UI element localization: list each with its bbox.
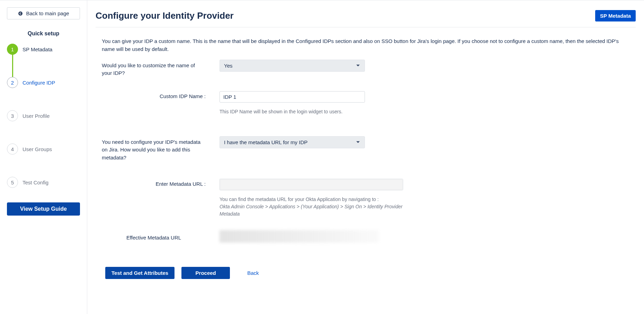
metadata-url-label: Enter Metadata URL : [102,179,206,187]
metadata-url-input[interactable] [220,179,403,190]
sidebar: Back to main page Quick setup 1 SP Metad… [0,0,87,314]
step-label: User Groups [23,146,52,152]
metadata-url-helper: You can find the metadata URL for your O… [220,196,403,218]
sp-metadata-button[interactable]: SP Metadata [595,10,636,21]
back-to-main-label: Back to main page [26,10,69,16]
svg-point-0 [18,11,23,16]
step-configure-idp[interactable]: 2 Configure IDP [23,77,80,88]
step-sp-metadata[interactable]: 1 SP Metadata [23,44,80,55]
metadata-method-select[interactable]: I have the metadata URL for my IDP [220,136,365,148]
form-area: Would you like to customize the name of … [96,60,636,243]
effective-url-row: Effective Metadata URL [102,230,629,243]
intro-text: You can give your IDP a custom name. Thi… [102,37,629,53]
step-number: 3 [7,110,18,121]
metadata-method-label: You need to configure your IDP's metadat… [102,136,206,162]
custom-idp-name-input[interactable] [220,91,365,103]
custom-idp-name-row: Custom IDP Name : This IDP Name will be … [102,91,629,115]
effective-url-label: Effective Metadata URL [102,233,206,241]
proceed-button[interactable]: Proceed [181,267,230,279]
customize-name-select[interactable]: Yes [220,60,365,72]
step-test-config[interactable]: 5 Test Config [23,177,80,188]
step-label: Configure IDP [23,80,55,86]
step-connector [12,54,13,78]
step-number: 1 [7,44,18,55]
custom-idp-name-label: Custom IDP Name : [102,91,206,99]
metadata-url-helper-path: Okta Admin Console > Applications > (You… [220,204,402,217]
setup-steps-list: 1 SP Metadata 2 Configure IDP 3 User Pro… [7,44,80,188]
customize-name-row: Would you like to customize the name of … [102,60,629,77]
view-setup-guide-button[interactable]: View Setup Guide [7,202,80,216]
metadata-method-row: You need to configure your IDP's metadat… [102,136,629,162]
page-header: Configure your Identity Provider SP Meta… [96,10,636,27]
step-user-profile[interactable]: 3 User Profile [23,110,80,121]
step-number: 2 [7,77,18,88]
test-attributes-button[interactable]: Test and Get Attributes [105,267,175,279]
step-number: 5 [7,177,18,188]
page-title: Configure your Identity Provider [96,10,234,21]
main-content: Configure your Identity Provider SP Meta… [87,0,644,314]
step-label: SP Metadata [23,46,52,52]
metadata-url-row: Enter Metadata URL : You can find the me… [102,179,629,218]
step-number: 4 [7,143,18,155]
back-link[interactable]: Back [243,267,263,279]
quick-setup-heading: Quick setup [7,30,80,37]
action-row: Test and Get Attributes Proceed Back [96,267,636,279]
step-label: User Profile [23,113,50,119]
metadata-url-helper-intro: You can find the metadata URL for your O… [220,197,379,202]
arrow-left-circle-icon [18,11,23,16]
step-label: Test Config [23,180,48,185]
customize-name-label: Would you like to customize the name of … [102,60,206,77]
effective-url-value [220,230,379,243]
step-user-groups[interactable]: 4 User Groups [23,143,80,155]
custom-idp-helper-text: This IDP Name will be shown in the login… [220,108,365,115]
back-to-main-button[interactable]: Back to main page [7,7,80,19]
